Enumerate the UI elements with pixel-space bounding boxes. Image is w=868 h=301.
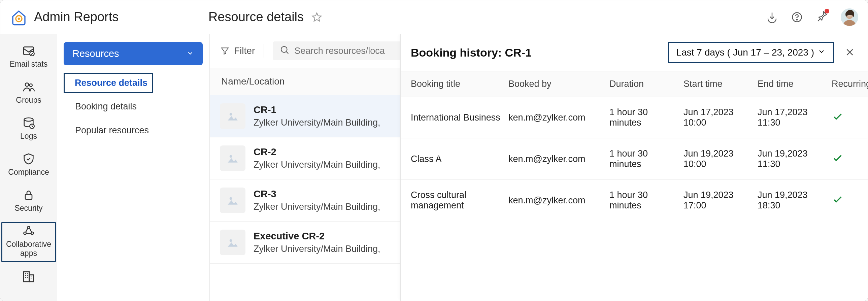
rail-item-email-stats[interactable]: Email stats (0, 41, 57, 74)
cell-start: Jun 17,2023 10:00 (683, 107, 757, 128)
cell-start: Jun 19,2023 10:00 (683, 149, 757, 169)
col-duration: Duration (610, 79, 683, 89)
resource-name: CR-2 (253, 147, 380, 157)
panel-table-header: Booking title Booked by Duration Start t… (401, 71, 868, 97)
recurring-check-icon (832, 111, 868, 125)
cell-duration: 1 hour 30 minutes (610, 149, 683, 169)
svg-point-9 (25, 83, 29, 86)
content: Filter Name/Location (210, 34, 868, 301)
sidebar-accordion-label: Resources (72, 48, 119, 59)
image-placeholder-icon (220, 103, 245, 129)
rail-item-collaborative-apps[interactable]: Collaborative apps (0, 221, 57, 263)
resource-location: Zylker University/Main Building, (253, 159, 380, 170)
filter-button[interactable]: Filter (220, 46, 255, 56)
resource-location: Zylker University/Main Building, (253, 244, 380, 254)
search-field[interactable] (273, 41, 415, 60)
notification-dot-icon (825, 9, 829, 13)
rail-item-label: Compliance (8, 168, 49, 177)
sidebar-item-resource-details[interactable]: Resource details (64, 73, 153, 93)
resource-name: CR-1 (253, 104, 380, 116)
rail-item-label: Logs (20, 132, 37, 141)
app-header: Admin Reports Resource details (0, 0, 868, 34)
rail-item-label: Collaborative apps (2, 240, 56, 258)
sidebar-accordion-resources[interactable]: Resources (64, 42, 203, 65)
app-title: Admin Reports (34, 10, 119, 24)
cell-booked-by: ken.m@zylker.com (508, 113, 610, 123)
svg-point-4 (797, 19, 797, 20)
search-input[interactable] (294, 46, 408, 56)
filter-label: Filter (234, 46, 255, 56)
image-placeholder-icon (220, 146, 245, 171)
resource-location: Zylker University/Main Building, (253, 202, 380, 212)
resource-name: CR-3 (253, 188, 380, 200)
rail-item-label: Security (14, 204, 42, 213)
col-start: Start time (683, 79, 757, 89)
rail-item-label: Email stats (10, 60, 48, 69)
download-button[interactable] (766, 11, 778, 23)
col-recurring: Recurring (832, 79, 868, 89)
sidebar-item-booking-details[interactable]: Booking details (64, 96, 203, 117)
date-range-label: Last 7 days ( Jun 17 – 23, 2023 ) (676, 47, 814, 58)
chevron-down-icon (817, 47, 826, 58)
rail-item-org[interactable] (0, 266, 57, 287)
svg-point-1 (18, 18, 20, 20)
svg-rect-13 (25, 194, 32, 199)
svg-rect-17 (24, 272, 29, 281)
svg-point-23 (229, 239, 232, 242)
image-placeholder-icon (220, 187, 245, 213)
panel-title: Booking history: CR-1 (411, 46, 532, 59)
app-logo-icon (10, 8, 28, 26)
rail-item-label: Groups (16, 96, 41, 105)
help-button[interactable] (791, 11, 803, 23)
rail-item-compliance[interactable]: Compliance (0, 149, 57, 182)
svg-marker-2 (312, 13, 321, 21)
cell-duration: 1 hour 30 minutes (610, 190, 683, 211)
svg-point-21 (229, 155, 232, 157)
svg-point-20 (229, 113, 232, 116)
col-end: End time (757, 79, 832, 89)
booking-row: Cross cultural management ken.m@zylker.c… (401, 180, 868, 221)
svg-point-22 (229, 197, 232, 200)
svg-point-11 (24, 118, 33, 121)
date-range-button[interactable]: Last 7 days ( Jun 17 – 23, 2023 ) (668, 42, 834, 63)
cell-title: Cross cultural management (411, 190, 508, 211)
icon-rail: Email stats Groups Logs (0, 34, 57, 301)
divider (264, 44, 264, 58)
sidebar: Resources Resource details Booking detai… (57, 34, 210, 301)
cell-end: Jun 17,2023 11:30 (757, 107, 832, 128)
search-icon (279, 45, 289, 57)
favorite-button[interactable] (310, 10, 324, 24)
cell-duration: 1 hour 30 minutes (610, 107, 683, 128)
resource-location: Zylker University/Main Building, (253, 118, 380, 128)
col-booking-title: Booking title (411, 79, 508, 89)
sidebar-item-popular-resources[interactable]: Popular resources (64, 120, 203, 141)
svg-point-16 (31, 232, 33, 234)
svg-point-10 (30, 84, 32, 87)
page-title: Resource details (209, 10, 304, 24)
rail-item-security[interactable]: Security (0, 185, 57, 218)
cell-booked-by: ken.m@zylker.com (508, 154, 610, 164)
booking-row: Class A ken.m@zylker.com 1 hour 30 minut… (401, 139, 868, 180)
close-button[interactable] (842, 44, 858, 61)
booking-history-panel: Booking history: CR-1 Last 7 days ( Jun … (400, 34, 868, 301)
booking-row: International Business ken.m@zylker.com … (401, 97, 868, 139)
cell-booked-by: ken.m@zylker.com (508, 195, 610, 206)
svg-point-19 (281, 47, 287, 53)
cell-end: Jun 19,2023 11:30 (757, 149, 832, 169)
svg-point-15 (24, 232, 26, 234)
recurring-check-icon (832, 152, 868, 166)
avatar[interactable] (841, 8, 858, 26)
resource-name: Executive CR-2 (253, 231, 380, 242)
cell-title: Class A (411, 154, 508, 164)
chevron-down-icon (187, 48, 194, 59)
cell-title: International Business (411, 113, 508, 123)
cell-end: Jun 19,2023 18:30 (757, 190, 832, 211)
cell-start: Jun 19,2023 17:00 (683, 190, 757, 211)
col-booked-by: Booked by (508, 79, 610, 89)
image-placeholder-icon (220, 230, 245, 255)
rail-item-groups[interactable]: Groups (0, 77, 57, 110)
rail-item-logs[interactable]: Logs (0, 113, 57, 146)
recurring-check-icon (832, 193, 868, 208)
